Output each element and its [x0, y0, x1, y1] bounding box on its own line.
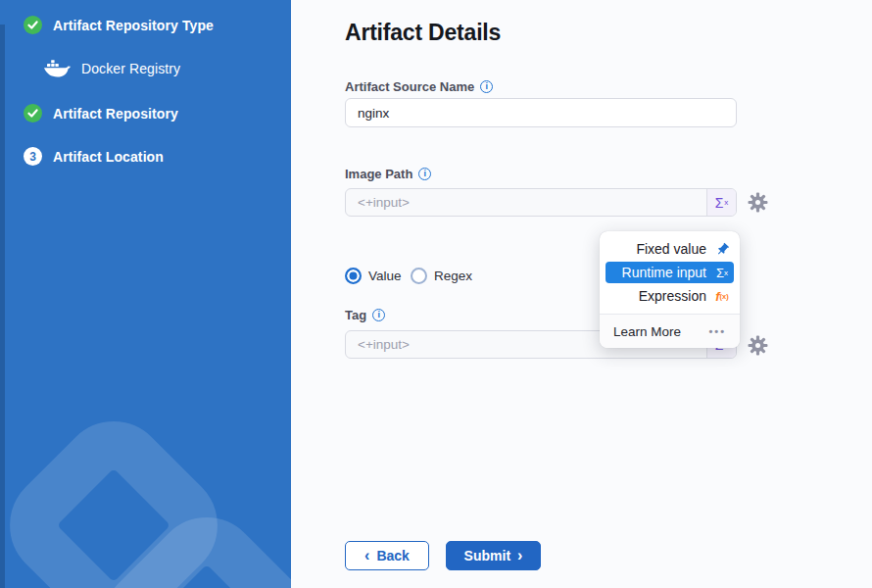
- chevron-right-icon: ›: [517, 548, 522, 564]
- menu-item-runtime-input[interactable]: Runtime input Σx: [606, 262, 734, 283]
- step-complete-check-icon: [24, 104, 42, 122]
- back-button[interactable]: ‹ Back: [345, 541, 429, 570]
- submit-button-label: Submit: [464, 548, 510, 564]
- chevron-left-icon: ‹: [364, 548, 369, 564]
- image-path-label: Image Path: [345, 167, 412, 181]
- image-path-field: Σx: [345, 188, 737, 217]
- info-icon[interactable]: i: [372, 309, 385, 321]
- tag-label-row: Tag i: [345, 308, 385, 322]
- step-label: Artifact Repository: [53, 106, 178, 122]
- sidebar-step-artifact-repository[interactable]: Artifact Repository: [24, 104, 178, 122]
- back-button-label: Back: [376, 548, 409, 564]
- menu-item-label: Fixed value: [636, 241, 706, 257]
- step-label: Artifact Repository Type: [53, 18, 214, 33]
- menu-item-fixed-value[interactable]: Fixed value: [600, 237, 740, 261]
- radio-value[interactable]: Value: [345, 268, 402, 284]
- ellipsis-icon: •••: [708, 325, 726, 337]
- pin-icon: [713, 242, 731, 257]
- runtime-input-sigma-chip[interactable]: Σx: [706, 189, 736, 216]
- step-label: Docker Registry: [81, 61, 180, 76]
- tag-label: Tag: [345, 308, 366, 322]
- image-path-label-row: Image Path i: [345, 167, 431, 181]
- learn-more-label: Learn More: [613, 324, 681, 339]
- sidebar-scrollbar: [0, 24, 5, 588]
- submit-button[interactable]: Submit ›: [446, 541, 541, 570]
- sigma-sup: x: [724, 198, 728, 207]
- sidebar-step-artifact-repository-type[interactable]: Artifact Repository Type: [24, 16, 214, 34]
- sigma-icon: Σx: [713, 266, 731, 280]
- sidebar-step-artifact-location[interactable]: 3 Artifact Location: [24, 147, 164, 166]
- info-icon[interactable]: i: [418, 168, 431, 180]
- image-path-input[interactable]: [346, 189, 706, 216]
- artifact-source-name-input[interactable]: [345, 98, 737, 127]
- radio-selected-icon[interactable]: [345, 268, 362, 284]
- source-name-label: Artifact Source Name: [345, 79, 474, 94]
- tag-settings-gear-icon[interactable]: [748, 335, 768, 356]
- wizard-sidebar: Artifact Repository Type Docker Registry…: [0, 0, 291, 588]
- sigma-icon: Σ: [715, 195, 724, 211]
- step-complete-check-icon: [24, 16, 42, 34]
- radio-regex-label: Regex: [434, 269, 472, 283]
- menu-item-label: Runtime input: [622, 265, 706, 280]
- expression-fx-icon: f(x): [713, 289, 731, 304]
- menu-item-label: Expression: [639, 288, 706, 304]
- step-label: Artifact Location: [53, 149, 164, 165]
- info-icon[interactable]: i: [480, 80, 493, 93]
- radio-unselected-icon[interactable]: [411, 268, 427, 284]
- menu-item-expression[interactable]: Expression f(x): [600, 284, 740, 308]
- docker-whale-icon: [43, 58, 71, 78]
- page-title: Artifact Details: [345, 20, 501, 46]
- menu-footer-learn-more[interactable]: Learn More •••: [600, 315, 740, 348]
- step-number-badge: 3: [24, 147, 42, 166]
- image-path-settings-gear-icon[interactable]: [748, 192, 768, 213]
- radio-value-label: Value: [368, 269, 402, 283]
- sidebar-substep-docker-registry[interactable]: Docker Registry: [43, 58, 180, 78]
- radio-regex[interactable]: Regex: [411, 268, 472, 284]
- input-type-dropdown-menu: Fixed value Runtime input Σx Expression …: [600, 231, 740, 348]
- source-name-label-row: Artifact Source Name i: [345, 79, 493, 94]
- brand-watermark: [0, 343, 291, 588]
